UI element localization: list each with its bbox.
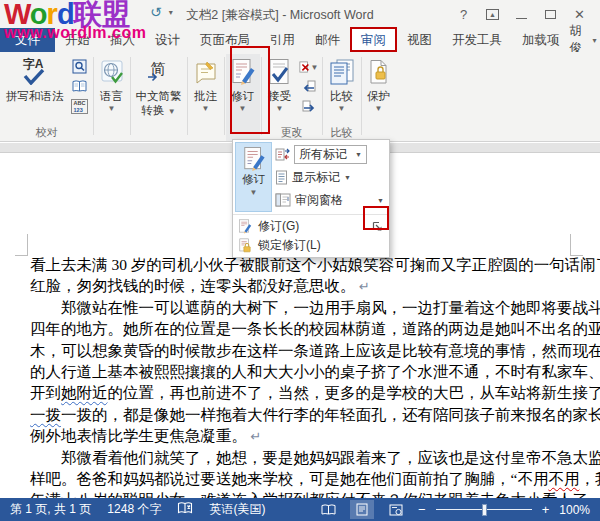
document-line: 开到她附近的位置，再也前进不了，当然，更多的是学校的大巴，从车站将新生接了过来， <box>30 382 579 403</box>
track-changes-icon <box>242 146 266 172</box>
document-line: 四年的地方。她所在的位置是一条长长的校园林荫道，道路的两边是她叫不出名的亚热带树 <box>30 318 579 339</box>
page-indicator[interactable]: 第 1 页, 共 1 页 <box>10 501 91 518</box>
zoom-level[interactable]: 100% <box>559 503 590 517</box>
comment-icon <box>193 57 219 87</box>
tab-邮件[interactable]: 邮件 <box>305 28 350 52</box>
chevron-down-icon: ▼ <box>239 104 247 114</box>
language-button[interactable]: 语言 ▼ <box>95 54 129 114</box>
protect-group: 保护 ▼ <box>363 54 395 141</box>
tab-文件[interactable]: 文件 <box>0 28 55 52</box>
chevron-down-icon: ▼ <box>355 151 362 158</box>
dialog-launcher-icon <box>372 221 383 232</box>
document-line: 郑微站在惟一可以遮荫的大树下，一边用手扇风，一边打量着这个她即将要战斗和生活 <box>30 297 579 318</box>
all-markup-icon <box>275 147 290 162</box>
accept-icon <box>267 57 293 87</box>
accept-button[interactable]: 接受 ▼ <box>263 54 297 114</box>
previous-change-button[interactable] <box>299 78 319 95</box>
spelling-grammar-icon: 字A <box>21 57 49 87</box>
language-icon <box>99 57 125 87</box>
read-mode-button[interactable] <box>316 500 340 519</box>
chinese-conversion-button[interactable]: 简 中文简繁 转换 ▼ <box>132 54 186 118</box>
comments-group: 批注 ▼ <box>189 54 223 141</box>
tab-视图[interactable]: 视图 <box>397 28 442 52</box>
tab-开始[interactable]: 开始 <box>55 28 100 52</box>
research-button[interactable] <box>70 58 90 75</box>
language-indicator[interactable]: 英语(美国) <box>209 501 265 518</box>
show-markup-icon <box>275 170 288 185</box>
menu-item-track-changes[interactable]: 修订(G) <box>233 217 389 236</box>
track-changes-ribbon-button[interactable]: 修订 ▼ <box>226 54 260 114</box>
web-layout-button[interactable] <box>384 500 408 519</box>
track-changes-popup: 修订 ▼ 所有标记 ▼ <box>232 139 390 258</box>
document-line: 郑微看着他们就笑了，她想，要是她妈妈跟着来了，应该也是这付皇帝不急太监急的模 <box>30 447 579 468</box>
previous-icon <box>302 80 316 94</box>
research-icon <box>72 59 87 74</box>
tab-加载项[interactable]: 加载项 <box>512 28 570 52</box>
word-window: ↺ ▾ 文档2 [兼容模式] - Microsoft Word ? ▲ ✕ Wo… <box>0 0 600 521</box>
window-title: 文档2 [兼容模式] - Microsoft Word <box>100 7 460 24</box>
tab-设计[interactable]: 设计 <box>145 28 190 52</box>
chevron-down-icon: ▼ <box>344 174 351 181</box>
language-group: 语言 ▼ <box>95 54 129 141</box>
thesaurus-button[interactable] <box>70 78 90 95</box>
word-count-indicator[interactable]: 1248 个字 <box>107 501 161 518</box>
help-button[interactable]: ? <box>449 4 478 24</box>
zoom-slider[interactable] <box>436 504 532 516</box>
zoom-slider-thumb[interactable] <box>482 504 487 516</box>
tab-插入[interactable]: 插入 <box>100 28 145 52</box>
chevron-down-icon: ▼ <box>375 104 383 114</box>
track-changes-split-button[interactable]: 修订 ▼ <box>235 142 272 212</box>
close-button[interactable]: ✕ <box>565 4 594 24</box>
menu-item-lock-tracking[interactable]: 锁定修订(L) <box>233 236 389 255</box>
track-changes-icon <box>230 57 256 87</box>
reviewing-pane-button[interactable]: 审阅窗格 ▼ <box>275 189 387 211</box>
ribbon-display-options-button[interactable]: ▲ <box>478 4 507 24</box>
proofing-status-icon[interactable] <box>177 501 193 518</box>
tab-审阅[interactable]: 审阅 <box>350 28 397 52</box>
chinese-conversion-group: 简 中文简繁 转换 ▼ <box>132 54 186 141</box>
chevron-down-icon: ▼ <box>250 188 258 197</box>
chevron-down-icon: ▼ <box>276 104 284 114</box>
thesaurus-icon <box>72 80 87 93</box>
ribbon: 字A 拼写和语法 <box>0 52 600 142</box>
print-layout-button[interactable] <box>350 500 374 519</box>
chevron-down-icon: ▼ <box>108 104 116 114</box>
paragraph-mark: ↵ <box>356 279 371 294</box>
chevron-down-icon: ▼ <box>168 107 176 116</box>
minimize-button[interactable] <box>507 4 536 24</box>
proofing-group: 字A 拼写和语法 <box>2 54 92 141</box>
word-count-icon: ABC 123 <box>71 99 88 114</box>
compare-button[interactable]: 比较 ▼ <box>324 54 360 114</box>
chevron-down-icon: ▼ <box>311 63 319 72</box>
changes-group: 接受 ▼ ▼ <box>263 54 321 141</box>
word-count-button[interactable]: ABC 123 <box>70 98 90 115</box>
track-changes-menu: 修订(G) 锁定修订(L) <box>233 215 389 257</box>
protect-button[interactable]: 保护 ▼ <box>363 54 395 114</box>
document-text[interactable]: 看上去未满 30 岁的司机小伙子被眼前这个小姑娘笑容可掬而又字正腔圆的一句话闹了… <box>30 254 579 511</box>
next-change-button[interactable] <box>299 98 319 115</box>
margin-crop-mark-left <box>15 234 28 256</box>
document-line: 一拨一拨的，都是像她一样拖着大件行李的年轻面孔，还有陪同孩子前来报名的家长，无一 <box>30 404 579 425</box>
tracking-group: 修订 ▼ <box>226 54 260 141</box>
tab-引用[interactable]: 引用 <box>260 28 305 52</box>
chevron-down-icon: ▼ <box>338 104 346 114</box>
dialog-launcher-button[interactable] <box>370 220 384 234</box>
new-comment-button[interactable]: 批注 ▼ <box>189 54 223 114</box>
maximize-button[interactable] <box>536 4 565 24</box>
display-for-review-select[interactable]: 所有标记 ▼ <box>294 145 367 164</box>
tab-页面布局[interactable]: 页面布局 <box>190 28 260 52</box>
proofing-group-label: 校对 <box>2 125 92 141</box>
track-changes-icon <box>238 219 252 234</box>
tab-开发工具[interactable]: 开发工具 <box>442 28 512 52</box>
show-markup-button[interactable]: 显示标记 ▼ <box>275 166 387 188</box>
spelling-grammar-button[interactable]: 字A 拼写和语法 <box>2 54 68 103</box>
protect-icon <box>367 57 391 87</box>
margin-crop-mark-right <box>570 234 583 256</box>
account-area[interactable]: 胡俊 ▾ <box>570 28 600 52</box>
reject-button[interactable]: ▼ <box>299 58 319 75</box>
zoom-in-button[interactable]: + <box>542 503 550 516</box>
zoom-out-button[interactable]: − <box>418 503 426 516</box>
ribbon-tabs-row: 文件开始插入设计页面布局引用邮件审阅视图开发工具加载项 胡俊 ▾ <box>0 28 600 52</box>
chevron-down-icon: ▼ <box>202 104 210 114</box>
document-line: 的人行道上基本被熙熙攘攘的人和大大小小的桌子挤了个水泄不通，不时有私家车、出租车 <box>30 361 579 382</box>
